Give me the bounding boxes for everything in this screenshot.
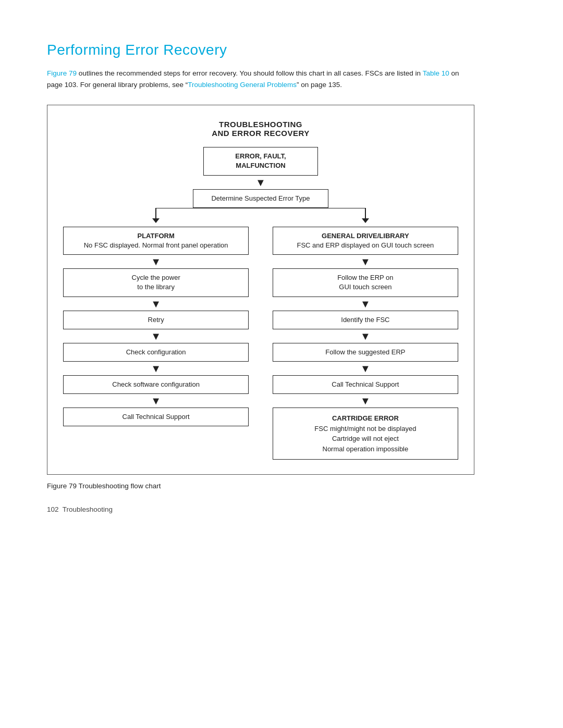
page-footer: 102 Troubleshooting — [47, 505, 516, 513]
general-drive-label: GENERAL DRIVE/LIBRARY — [279, 231, 451, 241]
cartridge-error-label: CARTRIDGE ERROR — [279, 413, 451, 424]
follow-suggested-erp-box: Follow the suggested ERP — [273, 343, 458, 362]
troubleshooting-link[interactable]: Troubleshooting General Problems — [188, 81, 297, 89]
split-arrows — [63, 208, 458, 227]
check-software-configuration-box: Check software configuration — [63, 375, 249, 394]
error-fault-malfunction-box: ERROR, FAULT, MALFUNCTION — [203, 147, 318, 175]
right-call-support-box: Call Technical Support — [273, 375, 458, 394]
left-arrow-1: ▼ — [151, 255, 161, 268]
section-label: Troubleshooting — [63, 505, 113, 513]
flowchart-title: TROUBLESHOOTING AND ERROR RECOVERY — [63, 120, 458, 138]
general-drive-header-box: GENERAL DRIVE/LIBRARY FSC and ERP displa… — [273, 227, 458, 255]
right-column: GENERAL DRIVE/LIBRARY FSC and ERP displa… — [273, 227, 458, 460]
cycle-power-box: Cycle the powerto the library — [63, 268, 249, 297]
check-configuration-box: Check configuration — [63, 343, 249, 362]
determine-error-type-box: Determine Suspected Error Type — [193, 189, 328, 208]
platform-label: PLATFORM — [70, 231, 242, 241]
left-column: PLATFORM No FSC displayed. Normal front … — [63, 227, 249, 460]
right-arrow-1: ▼ — [360, 255, 371, 268]
page-number: 102 — [47, 505, 59, 513]
right-arrow-3: ▼ — [360, 329, 371, 343]
arrow-1: ▼ — [63, 176, 458, 189]
right-arrow-2: ▼ — [360, 297, 371, 311]
cartridge-error-box: CARTRIDGE ERROR FSC might/might not be d… — [273, 408, 458, 460]
platform-sub: No FSC displayed. Normal front panel ope… — [70, 241, 242, 250]
table-10-link[interactable]: Table 10 — [423, 69, 449, 77]
left-call-support-box: Call Technical Support — [63, 408, 249, 426]
two-column-section: PLATFORM No FSC displayed. Normal front … — [63, 227, 458, 460]
figure-79-link[interactable]: Figure 79 — [47, 69, 77, 77]
intro-paragraph: Figure 79 outlines the recommended steps… — [47, 68, 474, 90]
split-arrow-left — [63, 208, 249, 227]
general-drive-sub: FSC and ERP displayed on GUI touch scree… — [279, 241, 451, 250]
retry-box: Retry — [63, 311, 249, 329]
cartridge-error-line1: FSC might/might not be displayed — [279, 424, 451, 434]
platform-header-box: PLATFORM No FSC displayed. Normal front … — [63, 227, 249, 255]
page-title: Performing Error Recovery — [47, 42, 516, 58]
left-arrow-3: ▼ — [151, 329, 161, 343]
figure-caption: Figure 79 Troubleshooting flow chart — [47, 482, 516, 490]
right-arrow-5: ▼ — [360, 394, 371, 408]
left-arrow-5: ▼ — [151, 394, 161, 408]
left-arrow-4: ▼ — [151, 362, 161, 375]
follow-erp-box: Follow the ERP onGUI touch screen — [273, 268, 458, 297]
left-arrow-2: ▼ — [151, 297, 161, 311]
right-arrow-4: ▼ — [360, 362, 371, 375]
cartridge-error-line2: Cartridge will not eject — [279, 434, 451, 444]
split-arrow-right — [273, 208, 458, 227]
figure-79-caption-label: Figure 79 — [47, 482, 77, 490]
identify-fsc-box: Identify the FSC — [273, 311, 458, 329]
figure-caption-text: Troubleshooting flow chart — [77, 482, 161, 490]
cartridge-error-line3: Normal operation impossible — [279, 444, 451, 454]
flowchart: TROUBLESHOOTING AND ERROR RECOVERY ERROR… — [47, 105, 474, 475]
